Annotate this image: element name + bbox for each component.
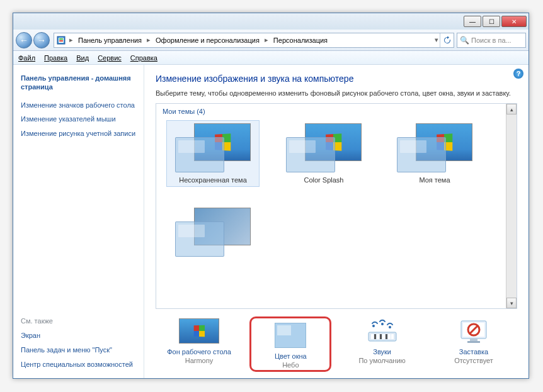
arrow-right-icon: → <box>37 35 46 45</box>
setting-desktop-background[interactable]: Фон рабочего стола Harmony <box>158 316 240 372</box>
menu-edit[interactable]: Правка <box>44 54 67 62</box>
svg-point-5 <box>381 323 384 325</box>
sidebar: Панель управления - домашняя страница Из… <box>13 65 144 378</box>
page-description: Выберите тему, чтобы одновременно измени… <box>156 89 517 98</box>
body: Панель управления - домашняя страница Из… <box>13 65 529 378</box>
menu-file[interactable]: Файл <box>18 54 35 62</box>
menu-tools[interactable]: Сервис <box>98 54 122 62</box>
desktop-background-icon <box>176 316 222 345</box>
titlebar: — ☐ ✕ <box>13 13 529 30</box>
setting-window-color[interactable]: Цвет окна Небо <box>249 316 331 372</box>
sidebar-seealso-header: См. также <box>21 317 137 325</box>
settings-row: Фон рабочего стола Harmony Цвет окна Неб… <box>156 316 517 372</box>
themes-list: Несохраненная тема Color Splash <box>163 118 510 266</box>
sidebar-home-link[interactable]: Панель управления - домашняя страница <box>21 74 137 92</box>
help-button[interactable]: ? <box>513 69 523 79</box>
chevron-down-icon: ▾ <box>510 300 513 306</box>
chevron-up-icon: ▴ <box>510 106 513 113</box>
menubar: Файл Правка Вид Сервис Справка <box>13 51 529 65</box>
svg-rect-8 <box>371 334 374 339</box>
maximize-button[interactable]: ☐ <box>483 16 500 27</box>
setting-label: Фон рабочего стола <box>167 348 231 356</box>
chevron-right-icon: ▸ <box>68 36 74 44</box>
window-color-swatch <box>175 137 224 172</box>
search-placeholder: Поиск в па... <box>471 36 512 44</box>
setting-value: Harmony <box>185 357 214 364</box>
search-input[interactable]: 🔍 Поиск в па... <box>457 33 526 48</box>
theme-item-my-theme[interactable]: Моя тема <box>388 120 481 187</box>
themes-group-label: Мои темы (4) <box>163 108 510 115</box>
scroll-down-button[interactable]: ▾ <box>506 298 517 308</box>
window-color-swatch <box>175 221 224 257</box>
main-content: ? Изменение изображения и звука на компь… <box>144 65 529 378</box>
theme-label: Моя тема <box>419 176 450 184</box>
svg-rect-20 <box>470 339 477 341</box>
window-frame: — ☐ ✕ ← → ▸ Панель управления ▸ Оформлен… <box>13 13 529 379</box>
sounds-icon <box>360 316 405 345</box>
svg-rect-2 <box>59 38 63 40</box>
themes-panel: Мои темы (4) Несохраненная тема <box>156 103 517 309</box>
breadcrumb-item-appearance[interactable]: Оформление и персонализация <box>152 36 263 44</box>
theme-label: Несохраненная тема <box>179 176 247 184</box>
breadcrumb-item-personalization[interactable]: Персонализация <box>270 36 331 44</box>
breadcrumb[interactable]: ▸ Панель управления ▸ Оформление и персо… <box>54 33 454 48</box>
theme-item-unsaved[interactable]: Несохраненная тема <box>166 120 260 187</box>
minimize-button[interactable]: — <box>464 16 481 27</box>
theme-item-color-splash[interactable]: Color Splash <box>277 120 370 187</box>
chevron-down-icon[interactable]: ▾ <box>433 36 440 44</box>
svg-rect-3 <box>59 40 63 42</box>
close-button[interactable]: ✕ <box>501 16 527 27</box>
theme-label: Color Splash <box>304 176 344 184</box>
setting-sounds[interactable]: Звуки По умолчанию <box>341 316 423 372</box>
svg-rect-21 <box>467 341 480 343</box>
window-color-icon <box>268 321 313 350</box>
setting-screensaver[interactable]: Заставка Отсутствует <box>433 316 515 372</box>
setting-value: По умолчанию <box>358 357 405 364</box>
control-panel-icon <box>55 35 67 46</box>
scroll-up-button[interactable]: ▴ <box>506 104 517 115</box>
svg-rect-14 <box>388 334 391 339</box>
screensaver-icon <box>451 316 496 345</box>
setting-label: Цвет окна <box>275 352 307 360</box>
theme-thumb <box>397 123 472 172</box>
theme-thumb <box>175 123 251 172</box>
svg-rect-9 <box>374 334 376 339</box>
svg-rect-13 <box>386 334 387 339</box>
menu-view[interactable]: Вид <box>76 54 89 62</box>
sidebar-link-mouse-pointers[interactable]: Изменение указателей мыши <box>21 115 137 124</box>
breadcrumb-item-control-panel[interactable]: Панель управления <box>74 36 146 44</box>
setting-label: Звуки <box>373 348 391 356</box>
chevron-right-icon: ▸ <box>263 36 270 44</box>
refresh-button[interactable] <box>440 33 454 47</box>
back-button[interactable]: ← <box>16 32 32 48</box>
svg-point-4 <box>372 325 375 327</box>
forward-button[interactable]: → <box>33 32 50 48</box>
sidebar-link-account-picture[interactable]: Изменение рисунка учетной записи <box>21 129 137 138</box>
sidebar-link-desktop-icons[interactable]: Изменение значков рабочего стола <box>21 101 137 110</box>
arrow-left-icon: ← <box>20 35 28 45</box>
scroll-track[interactable] <box>506 115 517 298</box>
window-color-swatch <box>397 137 446 172</box>
svg-rect-11 <box>380 334 382 339</box>
theme-item-4[interactable] <box>166 204 260 264</box>
theme-thumb <box>286 123 362 172</box>
setting-label: Заставка <box>459 348 488 356</box>
svg-rect-10 <box>377 334 379 339</box>
setting-value: Небо <box>282 361 299 369</box>
window-color-swatch <box>286 137 335 172</box>
search-icon: 🔍 <box>460 36 469 45</box>
svg-rect-12 <box>382 334 385 339</box>
nav-bar: ← → ▸ Панель управления ▸ Оформление и п… <box>13 30 529 51</box>
help-icon: ? <box>517 70 521 77</box>
svg-rect-15 <box>391 334 394 339</box>
svg-point-6 <box>389 326 391 328</box>
sidebar-link-ease-of-access[interactable]: Центр специальных возможностей <box>21 360 137 369</box>
menu-help[interactable]: Справка <box>130 54 157 62</box>
sidebar-link-taskbar[interactable]: Панель задач и меню "Пуск" <box>21 345 137 355</box>
sidebar-link-display[interactable]: Экран <box>21 331 137 340</box>
chevron-right-icon: ▸ <box>146 36 152 44</box>
page-title: Изменение изображения и звука на компьют… <box>156 74 517 84</box>
setting-value: Отсутствует <box>454 357 493 364</box>
theme-thumb <box>175 208 251 257</box>
scrollbar[interactable]: ▴ ▾ <box>506 104 517 308</box>
